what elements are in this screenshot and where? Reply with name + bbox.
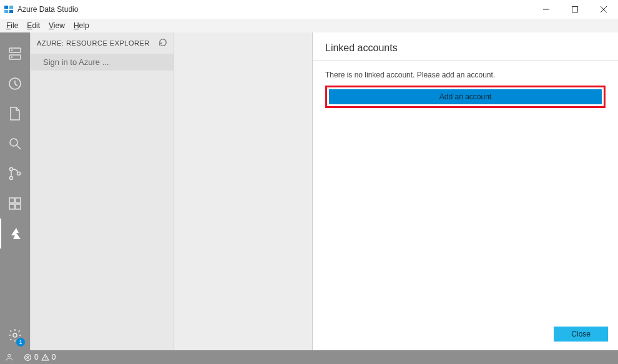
- sidebar-header: AZURE: RESOURCE EXPLORER: [31, 32, 174, 54]
- error-count: 0: [34, 353, 39, 362]
- svg-rect-21: [16, 198, 21, 203]
- menu-file[interactable]: File: [2, 20, 22, 31]
- svg-rect-3: [9, 10, 13, 13]
- azure-icon[interactable]: [0, 219, 30, 248]
- linked-accounts-panel: Linked accounts There is no linked accou…: [312, 32, 618, 350]
- status-problems[interactable]: 0 0: [19, 350, 61, 364]
- window-controls: [532, 0, 618, 19]
- extensions-icon[interactable]: [0, 189, 30, 219]
- svg-rect-5: [572, 7, 578, 12]
- settings-badge: 1: [16, 338, 25, 347]
- svg-point-19: [17, 172, 21, 175]
- settings-gear-icon[interactable]: 1: [0, 320, 30, 350]
- app-icon: [4, 4, 14, 14]
- svg-point-15: [10, 139, 17, 146]
- maximize-button[interactable]: [561, 0, 589, 19]
- panel-footer: Close: [313, 320, 618, 350]
- svg-rect-23: [16, 204, 21, 209]
- panel-body: There is no linked account. Please add a…: [313, 61, 618, 320]
- title-bar: Azure Data Studio: [0, 0, 618, 19]
- workbench-body: 1 AZURE: RESOURCE EXPLORER Sign in to Az…: [0, 32, 618, 350]
- svg-rect-22: [9, 204, 14, 209]
- no-linked-account-message: There is no linked account. Please add a…: [325, 71, 606, 79]
- svg-point-18: [10, 177, 13, 180]
- sign-in-to-azure[interactable]: Sign in to Azure ...: [31, 54, 174, 71]
- svg-rect-1: [9, 6, 13, 9]
- task-history-icon[interactable]: [0, 69, 30, 99]
- svg-point-25: [8, 354, 11, 357]
- svg-point-17: [10, 168, 13, 171]
- sidebar: AZURE: RESOURCE EXPLORER Sign in to Azur…: [30, 32, 174, 350]
- svg-line-14: [15, 84, 17, 86]
- add-account-highlight: Add an account: [325, 86, 606, 108]
- source-control-icon[interactable]: [0, 159, 30, 189]
- status-bar: 0 0: [0, 350, 618, 364]
- explorer-icon[interactable]: [0, 99, 30, 129]
- menu-view[interactable]: View: [45, 20, 69, 31]
- minimize-button[interactable]: [532, 0, 561, 19]
- panel-title: Linked accounts: [313, 32, 618, 61]
- svg-rect-9: [9, 55, 21, 59]
- status-account-icon[interactable]: [0, 350, 19, 364]
- window-title: Azure Data Studio: [17, 5, 78, 14]
- svg-point-11: [12, 57, 12, 57]
- svg-rect-20: [9, 198, 14, 203]
- svg-rect-2: [4, 10, 8, 13]
- close-panel-button[interactable]: Close: [554, 327, 608, 342]
- svg-point-24: [13, 333, 17, 337]
- svg-line-16: [17, 145, 21, 149]
- activity-bar: 1: [0, 32, 30, 350]
- svg-rect-8: [9, 48, 21, 52]
- menu-bar: File Edit View Help: [0, 19, 618, 32]
- editor-area: Linked accounts There is no linked accou…: [174, 32, 618, 350]
- menu-edit[interactable]: Edit: [23, 20, 44, 31]
- warning-count: 0: [52, 353, 56, 362]
- svg-point-10: [12, 50, 12, 51]
- search-icon[interactable]: [0, 129, 30, 159]
- refresh-icon[interactable]: [159, 38, 167, 48]
- close-button[interactable]: [589, 0, 618, 19]
- svg-rect-0: [4, 6, 8, 9]
- servers-icon[interactable]: [0, 39, 30, 69]
- sidebar-title: AZURE: RESOURCE EXPLORER: [37, 39, 150, 47]
- sign-in-label: Sign in to Azure ...: [43, 57, 109, 67]
- menu-help[interactable]: Help: [70, 20, 93, 31]
- add-account-button[interactable]: Add an account: [329, 89, 602, 104]
